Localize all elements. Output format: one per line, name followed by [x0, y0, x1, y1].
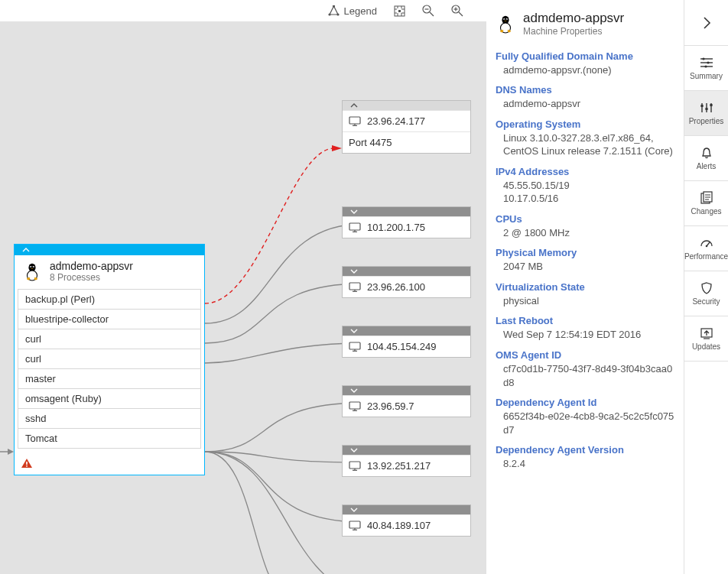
- legend-icon: [327, 5, 340, 17]
- endpoint-ip: 23.96.24.177: [367, 115, 425, 127]
- prop-key-ver: Dependency Agent Version: [496, 444, 674, 456]
- svg-rect-58: [710, 104, 712, 106]
- server-header-bar[interactable]: [15, 245, 204, 255]
- zoom-in-icon: [451, 5, 463, 17]
- shield-icon: [699, 281, 714, 295]
- rail-alerts[interactable]: Alerts: [684, 136, 728, 181]
- chevron-down-icon: [350, 447, 358, 453]
- fit-button[interactable]: [394, 5, 405, 17]
- endpoint-node[interactable]: 104.45.154.249: [342, 326, 471, 358]
- zoom-out-button[interactable]: [422, 5, 434, 17]
- endpoint-node[interactable]: 101.200.1.75: [342, 206, 471, 238]
- prop-val-fqdn: admdemo-appsvr.(none): [503, 63, 674, 77]
- process-list: backup.pl (Perl) bluestripe-collector cu…: [18, 289, 201, 449]
- endpoint-node[interactable]: 13.92.251.217: [342, 445, 471, 477]
- endpoint-ip-row[interactable]: 23.96.59.7: [343, 395, 470, 417]
- process-row[interactable]: bluestripe-collector: [18, 310, 201, 329]
- server-header[interactable]: admdemo-appsvr 8 Processes: [15, 255, 204, 289]
- process-row[interactable]: master: [18, 369, 201, 389]
- prop-val-ver: 8.2.4: [503, 457, 674, 471]
- endpoint-ip: 23.96.26.100: [367, 281, 425, 293]
- svg-rect-26: [349, 283, 360, 290]
- process-row[interactable]: curl: [18, 329, 201, 349]
- prop-key-virt: Virtualization State: [496, 281, 674, 293]
- prop-key-oms: OMS Agent ID: [496, 349, 674, 361]
- prop-val-os: Linux 3.10.0-327.28.3.el7.x86_64, CentOS…: [503, 131, 674, 158]
- prop-val-dep: 6652f34b-e02e-4cb8-9ca2-5c2c5fc075d7: [503, 410, 674, 436]
- summary-icon: [699, 56, 714, 70]
- prop-key-mem: Physical Memory: [496, 247, 674, 258]
- chevron-up-icon: [350, 102, 358, 109]
- prop-key-cpu: CPUs: [496, 213, 674, 225]
- monitor-icon: [349, 222, 361, 232]
- process-row[interactable]: backup.pl (Perl): [18, 289, 201, 310]
- monitor-icon: [349, 401, 361, 411]
- rail-summary[interactable]: Summary: [684, 46, 728, 91]
- chevron-right-icon: [701, 15, 712, 31]
- process-row[interactable]: omsagent (Ruby): [18, 389, 201, 409]
- endpoint-header-bar[interactable]: [343, 326, 470, 336]
- endpoint-header-bar[interactable]: [343, 386, 470, 395]
- updates-icon: [699, 326, 714, 340]
- svg-point-2: [336, 13, 339, 15]
- chevron-up-icon: [22, 247, 30, 253]
- dependency-canvas[interactable]: admdemo-appsvr 8 Processes backup.pl (Pe…: [0, 21, 486, 574]
- server-alert[interactable]: [15, 453, 204, 475]
- zoom-in-button[interactable]: [451, 5, 463, 17]
- panel-title: admdemo-appsvr: [523, 11, 624, 26]
- svg-point-52: [704, 65, 707, 67]
- endpoint-ip-row[interactable]: 13.92.251.217: [343, 455, 470, 476]
- prop-val-cpu: 2 @ 1800 MHz: [503, 226, 674, 240]
- gauge-icon: [699, 236, 714, 250]
- endpoint-node[interactable]: 23.96.26.100: [342, 266, 471, 298]
- rail-label: Security: [692, 297, 720, 306]
- endpoint-header-bar[interactable]: [343, 267, 470, 276]
- svg-rect-23: [349, 223, 360, 230]
- process-row[interactable]: Tomcat: [18, 429, 201, 449]
- linux-icon: [22, 261, 42, 281]
- endpoint-header-bar[interactable]: [343, 207, 470, 216]
- endpoint-ip: 101.200.1.75: [367, 222, 425, 233]
- endpoint-ip: 40.84.189.107: [367, 520, 431, 531]
- endpoint-ip-row[interactable]: 101.200.1.75: [343, 216, 470, 238]
- legend-label: Legend: [344, 5, 377, 17]
- endpoint-port-row[interactable]: Port 4475: [343, 131, 470, 153]
- endpoint-node[interactable]: 23.96.59.7: [342, 385, 471, 417]
- svg-point-51: [707, 61, 709, 63]
- svg-rect-4: [398, 10, 401, 12]
- endpoint-header-bar[interactable]: [343, 505, 470, 514]
- chevron-down-icon: [350, 388, 358, 394]
- prop-val-boot: Wed Sep 7 12:54:19 EDT 2016: [503, 328, 674, 342]
- collapse-button[interactable]: [684, 0, 728, 46]
- rail-security[interactable]: Security: [684, 271, 728, 316]
- zoom-out-icon: [422, 5, 434, 17]
- endpoint-header-bar[interactable]: [343, 101, 470, 110]
- server-node[interactable]: admdemo-appsvr 8 Processes backup.pl (Pe…: [14, 244, 205, 475]
- rail-label: Changes: [691, 207, 721, 216]
- chevron-down-icon: [350, 328, 358, 334]
- endpoint-header-bar[interactable]: [343, 446, 470, 455]
- prop-key-dep: Dependency Agent Id: [496, 397, 674, 408]
- endpoint-node[interactable]: 23.96.24.177 Port 4475: [342, 100, 471, 154]
- endpoint-ip-row[interactable]: 104.45.154.249: [343, 336, 470, 357]
- rail-changes[interactable]: Changes: [684, 181, 728, 226]
- changes-icon: [699, 191, 714, 205]
- endpoint-node[interactable]: 40.84.189.107: [342, 504, 471, 537]
- rail-performance[interactable]: Performance: [684, 226, 728, 271]
- process-row[interactable]: sshd: [18, 409, 201, 429]
- rail-label: Summary: [690, 72, 723, 80]
- svg-point-1: [328, 13, 330, 15]
- side-rail: Summary Properties Alerts Changes: [684, 0, 728, 574]
- chevron-down-icon: [350, 209, 358, 215]
- legend-button[interactable]: Legend: [327, 5, 377, 17]
- svg-line-9: [459, 12, 463, 16]
- svg-rect-57: [705, 108, 707, 110]
- endpoint-ip-row[interactable]: 23.96.26.100: [343, 276, 470, 297]
- endpoint-ip-row[interactable]: 23.96.24.177: [343, 110, 470, 131]
- rail-properties[interactable]: Properties: [684, 91, 728, 136]
- process-row[interactable]: curl: [18, 349, 201, 369]
- endpoint-ip-row[interactable]: 40.84.189.107: [343, 514, 470, 536]
- svg-point-17: [33, 267, 34, 268]
- rail-updates[interactable]: Updates: [684, 316, 728, 362]
- svg-line-6: [430, 12, 434, 16]
